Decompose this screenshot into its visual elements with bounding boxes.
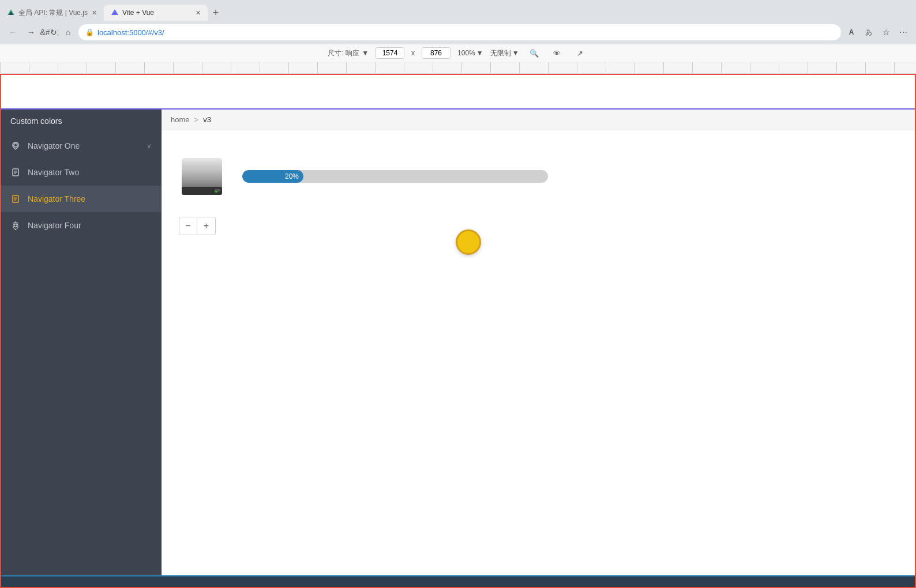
reload-button[interactable]: &#↻; xyxy=(42,24,58,40)
reading-mode-button[interactable]: あ xyxy=(861,24,877,40)
yellow-circle xyxy=(456,229,481,255)
gear-icon xyxy=(10,220,21,231)
sidebar-item-navigator-two[interactable]: Navigator Two xyxy=(1,159,161,186)
dev-toolbar: 尺寸: 响应 ▼ x 100% ▼ 无限制 ▼ 🔍 👁 ↗ xyxy=(0,44,916,62)
nav-one-chevron: ∨ xyxy=(147,142,152,150)
content-area: 20% − + xyxy=(162,130,915,575)
width-input[interactable] xyxy=(376,47,404,59)
yellow-circle-area xyxy=(179,247,898,272)
translate-button[interactable]: A xyxy=(843,24,859,40)
sidebar-item-navigator-one[interactable]: Navigator One ∨ xyxy=(1,133,161,159)
app-container: Custom colors Navigator One ∨ xyxy=(0,74,916,588)
browser-chrome: 全局 API: 常规 | Vue.js ✕ Vite + Vue ✕ + ← →… xyxy=(0,0,916,74)
lock-icon: 🔒 xyxy=(85,28,94,36)
progress-bar-fill: 20% xyxy=(242,170,303,183)
toolbar-actions: A あ ☆ ⋯ xyxy=(843,24,911,40)
more-button[interactable]: ⋯ xyxy=(895,24,911,40)
home-button[interactable]: ⌂ xyxy=(60,24,76,40)
tabs-bar: 全局 API: 常规 | Vue.js ✕ Vite + Vue ✕ + xyxy=(0,0,916,21)
tab-favicon-vite xyxy=(111,9,119,17)
size-label: 尺寸: 响应 xyxy=(328,48,359,58)
zoom-select[interactable]: 100% ▼ xyxy=(457,49,483,57)
tab-title-vuejs: 全局 API: 常规 | Vue.js xyxy=(18,8,88,18)
main-content: home > v3 xyxy=(162,110,915,575)
sidebar-item-navigator-three[interactable]: Navigator Three xyxy=(1,186,161,212)
forward-button[interactable]: → xyxy=(23,24,39,40)
nav-two-label: Navigator Two xyxy=(28,168,152,177)
sidebar: Custom colors Navigator One ∨ xyxy=(1,110,162,575)
decrement-button[interactable]: − xyxy=(179,217,197,235)
ruler xyxy=(0,62,916,74)
preview-button[interactable]: 👁 xyxy=(549,45,565,61)
breadcrumb-home[interactable]: home xyxy=(171,115,190,124)
progress-label: 20% xyxy=(285,172,299,180)
address-bar[interactable]: 🔒 localhost:5000/#/v3/ xyxy=(78,24,841,40)
breadcrumb-separator: > xyxy=(194,115,199,124)
sidebar-title: Custom colors xyxy=(1,110,161,133)
sidebar-item-navigator-four[interactable]: Navigator Four xyxy=(1,212,161,239)
size-group: 尺寸: 响应 ▼ xyxy=(328,48,369,58)
sidebar-nav: Navigator One ∨ Navigator Two xyxy=(1,133,161,575)
tab-title-vite: Vite + Vue xyxy=(122,9,154,17)
limit-label: 无限制 xyxy=(490,48,511,58)
favorites-button[interactable]: ☆ xyxy=(878,24,894,40)
nav-four-label: Navigator Four xyxy=(28,221,152,230)
hdd-progress-row: 20% xyxy=(179,153,898,199)
tab-favicon-vuejs xyxy=(7,9,15,17)
x-separator: x xyxy=(411,49,415,57)
size-dropdown-icon: ▼ xyxy=(362,49,369,57)
hdd-icon xyxy=(179,153,225,199)
eyedropper-button[interactable]: 🔍 xyxy=(526,45,542,61)
height-input[interactable] xyxy=(422,47,451,59)
limit-select[interactable]: 无限制 ▼ xyxy=(490,48,519,58)
tab-close-vuejs[interactable]: ✕ xyxy=(92,9,97,17)
controls-area: − + xyxy=(179,217,898,235)
address-text: localhost:5000/#/v3/ xyxy=(97,28,834,37)
svg-marker-2 xyxy=(111,9,118,15)
svg-rect-14 xyxy=(182,168,222,189)
zoom-label: 100% xyxy=(457,49,475,57)
progress-bar-container: 20% xyxy=(242,170,548,183)
svg-rect-13 xyxy=(182,158,222,169)
nav-one-label: Navigator One xyxy=(28,141,140,150)
nav-three-label: Navigator Three xyxy=(28,194,152,203)
breadcrumb-current: v3 xyxy=(203,115,211,124)
new-tab-button[interactable]: + xyxy=(208,5,224,21)
browser-toolbar: ← → &#↻; ⌂ 🔒 localhost:5000/#/v3/ A あ ☆ … xyxy=(0,21,916,44)
tab-vuejs[interactable]: 全局 API: 常规 | Vue.js ✕ xyxy=(0,5,104,21)
document-icon-two xyxy=(10,167,21,178)
breadcrumb: home > v3 xyxy=(162,110,915,130)
zoom-dropdown-icon: ▼ xyxy=(476,49,483,57)
stepper-controls: − + xyxy=(179,217,216,235)
share-button[interactable]: ↗ xyxy=(572,45,588,61)
app-header xyxy=(1,75,915,110)
back-button[interactable]: ← xyxy=(5,24,21,40)
tab-close-vite[interactable]: ✕ xyxy=(196,9,201,17)
location-icon xyxy=(10,141,21,151)
svg-point-12 xyxy=(14,224,17,227)
progress-bar-wrapper: 20% xyxy=(242,170,548,183)
tab-vite[interactable]: Vite + Vue ✕ xyxy=(104,5,208,21)
svg-point-3 xyxy=(14,144,17,147)
svg-rect-17 xyxy=(215,189,220,191)
document-icon-three xyxy=(10,194,21,204)
limit-dropdown-icon: ▼ xyxy=(512,49,519,57)
increment-button[interactable]: + xyxy=(197,217,216,235)
app-footer xyxy=(1,575,915,587)
app-body: Custom colors Navigator One ∨ xyxy=(1,110,915,575)
